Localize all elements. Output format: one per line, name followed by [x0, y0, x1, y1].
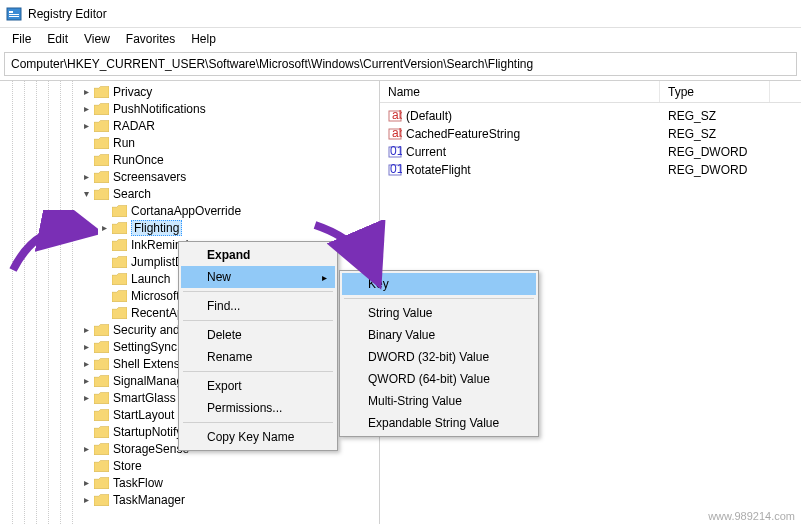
menu-item-label: String Value [368, 306, 432, 320]
menu-favorites[interactable]: Favorites [118, 30, 183, 48]
tree-toggle-icon[interactable]: ▸ [80, 171, 92, 182]
tree-toggle-icon[interactable]: ▸ [80, 103, 92, 114]
tree-item-label: Privacy [113, 85, 152, 99]
value-type: REG_DWORD [660, 145, 770, 159]
list-header: Name Type [380, 81, 801, 103]
menu-item[interactable]: Export [181, 375, 335, 397]
tree-item-label: TaskFlow [113, 476, 163, 490]
list-row[interactable]: abCachedFeatureStringREG_SZ [380, 125, 801, 143]
tree-item[interactable]: ▸PushNotifications [0, 100, 379, 117]
menu-separator [183, 422, 333, 423]
tree-toggle-icon[interactable]: ▸ [80, 443, 92, 454]
tree-toggle-icon[interactable]: ▸ [80, 86, 92, 97]
menu-item[interactable]: Key [342, 273, 536, 295]
menu-item[interactable]: QWORD (64-bit) Value [342, 368, 536, 390]
menu-bar: File Edit View Favorites Help [0, 28, 801, 50]
menu-item-label: Export [207, 379, 242, 393]
menu-item[interactable]: Expandable String Value [342, 412, 536, 434]
tree-toggle-icon[interactable]: ▸ [80, 324, 92, 335]
tree-item-label: Flighting [131, 220, 182, 236]
menu-item-label: DWORD (32-bit) Value [368, 350, 489, 364]
menu-item[interactable]: Find... [181, 295, 335, 317]
column-type[interactable]: Type [660, 81, 770, 102]
context-menu[interactable]: ExpandNew▸Find...DeleteRenameExportPermi… [178, 241, 338, 451]
menu-separator [183, 291, 333, 292]
menu-item-label: Find... [207, 299, 240, 313]
column-name[interactable]: Name [380, 81, 660, 102]
tree-toggle-icon[interactable]: ▸ [80, 120, 92, 131]
tree-toggle-icon[interactable]: ▸ [80, 375, 92, 386]
menu-item-label: Expand [207, 248, 250, 262]
menu-item-label: QWORD (64-bit) Value [368, 372, 490, 386]
tree-item[interactable]: Store [0, 457, 379, 474]
menu-item[interactable]: Binary Value [342, 324, 536, 346]
value-name: CachedFeatureString [406, 127, 520, 141]
menu-item-label: Permissions... [207, 401, 282, 415]
svg-text:ab: ab [392, 109, 402, 122]
svg-text:011: 011 [390, 163, 402, 176]
tree-item[interactable]: ▸Flighting [0, 219, 379, 236]
tree-item-label: PushNotifications [113, 102, 206, 116]
window-title: Registry Editor [28, 7, 107, 21]
tree-item[interactable]: CortanaAppOverride [0, 202, 379, 219]
menu-item-label: New [207, 270, 231, 284]
menu-item[interactable]: Multi-String Value [342, 390, 536, 412]
value-name: RotateFlight [406, 163, 471, 177]
tree-item-label: RADAR [113, 119, 155, 133]
value-type: REG_SZ [660, 127, 770, 141]
tree-toggle-icon[interactable]: ▸ [80, 477, 92, 488]
menu-item[interactable]: DWORD (32-bit) Value [342, 346, 536, 368]
menu-item[interactable]: Expand [181, 244, 335, 266]
menu-separator [344, 298, 534, 299]
menu-item[interactable]: Rename [181, 346, 335, 368]
menu-item-label: Binary Value [368, 328, 435, 342]
menu-item[interactable]: Copy Key Name [181, 426, 335, 448]
menu-item-label: Expandable String Value [368, 416, 499, 430]
tree-item[interactable]: ▸Privacy [0, 83, 379, 100]
submenu-arrow-icon: ▸ [322, 272, 327, 283]
tree-item[interactable]: ▸RADAR [0, 117, 379, 134]
tree-item-label: Screensavers [113, 170, 186, 184]
menu-item[interactable]: New▸ [181, 266, 335, 288]
tree-toggle-icon[interactable]: ▸ [80, 392, 92, 403]
menu-item[interactable]: Delete [181, 324, 335, 346]
menu-view[interactable]: View [76, 30, 118, 48]
tree-item[interactable]: ▸Screensavers [0, 168, 379, 185]
menu-separator [183, 371, 333, 372]
menu-file[interactable]: File [4, 30, 39, 48]
svg-rect-2 [9, 14, 19, 15]
menu-item-label: Key [368, 277, 389, 291]
tree-toggle-icon[interactable]: ▾ [80, 188, 92, 199]
tree-toggle-icon[interactable]: ▸ [80, 358, 92, 369]
menu-item[interactable]: String Value [342, 302, 536, 324]
menu-help[interactable]: Help [183, 30, 224, 48]
menu-edit[interactable]: Edit [39, 30, 76, 48]
value-name: (Default) [406, 109, 452, 123]
menu-item[interactable]: Permissions... [181, 397, 335, 419]
list-row[interactable]: 011CurrentREG_DWORD [380, 143, 801, 161]
tree-toggle-icon[interactable]: ▸ [80, 341, 92, 352]
tree-item-label: Search [113, 187, 151, 201]
list-row[interactable]: ab(Default)REG_SZ [380, 107, 801, 125]
tree-item-label: SettingSync [113, 340, 177, 354]
tree-item-label: Launch [131, 272, 170, 286]
regedit-icon [6, 6, 22, 22]
svg-rect-3 [9, 16, 19, 17]
tree-toggle-icon[interactable]: ▸ [98, 222, 110, 233]
title-bar: Registry Editor [0, 0, 801, 28]
tree-item[interactable]: ▸TaskFlow [0, 474, 379, 491]
menu-item-label: Copy Key Name [207, 430, 294, 444]
tree-item[interactable]: ▾Search [0, 185, 379, 202]
svg-text:011: 011 [390, 145, 402, 158]
list-row[interactable]: 011RotateFlightREG_DWORD [380, 161, 801, 179]
address-path: Computer\HKEY_CURRENT_USER\Software\Micr… [11, 57, 533, 71]
menu-item-label: Multi-String Value [368, 394, 462, 408]
tree-item[interactable]: Run [0, 134, 379, 151]
menu-item-label: Rename [207, 350, 252, 364]
tree-item[interactable]: ▸TaskManager [0, 491, 379, 508]
context-submenu-new[interactable]: KeyString ValueBinary ValueDWORD (32-bit… [339, 270, 539, 437]
tree-toggle-icon[interactable]: ▸ [80, 494, 92, 505]
address-bar[interactable]: Computer\HKEY_CURRENT_USER\Software\Micr… [4, 52, 797, 76]
watermark: www.989214.com [708, 510, 795, 522]
tree-item[interactable]: RunOnce [0, 151, 379, 168]
